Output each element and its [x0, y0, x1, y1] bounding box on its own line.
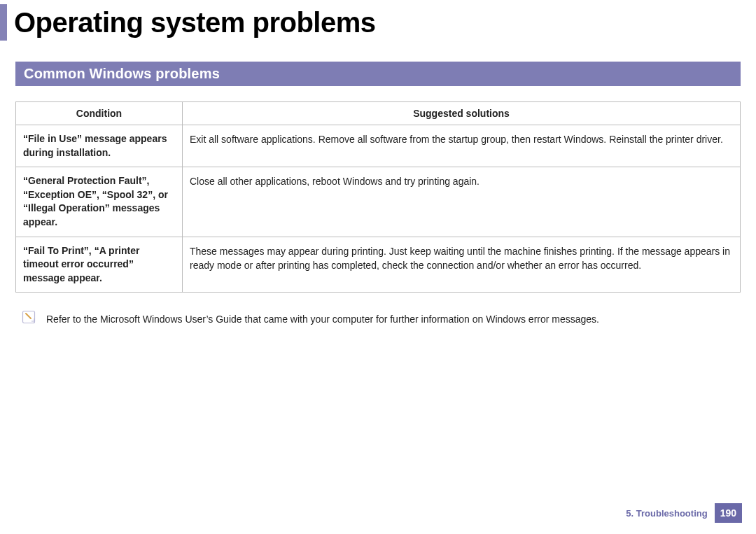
cell-solution: Exit all software applications. Remove a…: [183, 125, 741, 167]
section-heading: Common Windows problems: [15, 62, 741, 86]
note: Refer to the Microsoft Windows User’s Gu…: [15, 311, 741, 327]
table-header-row: Condition Suggested solutions: [16, 102, 741, 125]
page-title: Operating system problems: [14, 7, 376, 38]
content-area: Common Windows problems Condition Sugges…: [0, 41, 756, 327]
table-row: “File in Use” message appears during ins…: [16, 125, 741, 167]
th-solution: Suggested solutions: [183, 102, 741, 125]
title-accent-bar: [0, 4, 7, 41]
cell-solution: Close all other applications, reboot Win…: [183, 167, 741, 237]
footer-page-number: 190: [715, 503, 742, 523]
cell-solution: These messages may appear during printin…: [183, 237, 741, 293]
page-footer: 5. Troubleshooting 190: [626, 503, 742, 523]
table-row: “General Protection Fault”, “Exception O…: [16, 167, 741, 237]
cell-condition: “Fail To Print”, “A printer timeout erro…: [16, 237, 183, 293]
note-icon: [21, 309, 36, 327]
problems-table: Condition Suggested solutions “File in U…: [15, 101, 741, 293]
title-row: Operating system problems: [0, 0, 756, 41]
cell-condition: “File in Use” message appears during ins…: [16, 125, 183, 167]
table-row: “Fail To Print”, “A printer timeout erro…: [16, 237, 741, 293]
cell-condition: “General Protection Fault”, “Exception O…: [16, 167, 183, 237]
note-text: Refer to the Microsoft Windows User’s Gu…: [46, 311, 599, 326]
th-condition: Condition: [16, 102, 183, 125]
footer-chapter: 5. Troubleshooting: [626, 508, 707, 519]
